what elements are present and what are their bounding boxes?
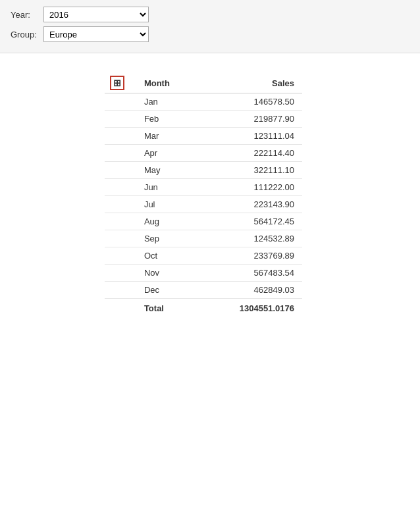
month-cell: Aug [136, 213, 203, 230]
total-label-cell: Total [136, 299, 203, 319]
row-expand-cell [105, 247, 136, 265]
month-cell: Jun [136, 179, 203, 196]
row-expand-cell [105, 128, 136, 145]
sales-cell: 564172.45 [203, 213, 302, 230]
row-expand-cell [105, 162, 136, 179]
month-cell: Dec [136, 282, 203, 299]
table-row: Aug564172.45 [105, 213, 302, 230]
year-select[interactable]: 2016 2015 2017 2018 [43, 7, 149, 22]
year-filter-row: Year: 2016 2015 2017 2018 [11, 7, 409, 22]
group-label: Group: [11, 30, 43, 39]
row-expand-cell [105, 196, 136, 213]
total-row: Total 1304551.0176 [105, 299, 302, 319]
group-select[interactable]: Europe Americas Asia Africa [43, 26, 149, 42]
filter-bar: Year: 2016 2015 2017 2018 Group: Europe … [0, 0, 420, 53]
row-expand-cell [105, 111, 136, 128]
expand-col-header: ⊞ [105, 73, 136, 93]
sales-cell: 223143.90 [203, 196, 302, 213]
table-row: Sep124532.89 [105, 230, 302, 247]
table-row: Dec462849.03 [105, 282, 302, 299]
sales-cell: 124532.89 [203, 230, 302, 247]
year-label: Year: [11, 10, 43, 20]
row-expand-cell [105, 145, 136, 162]
main-content: ⊞ Month Sales Jan146578.50Feb219877.90Ma… [0, 53, 420, 338]
sales-cell: 462849.03 [203, 282, 302, 299]
sales-cell: 111222.00 [203, 179, 302, 196]
table-row: May322111.10 [105, 162, 302, 179]
total-value-cell: 1304551.0176 [203, 299, 302, 319]
row-expand-cell [105, 282, 136, 299]
sales-cell: 146578.50 [203, 93, 302, 111]
table-row: Nov567483.54 [105, 265, 302, 282]
table-wrapper: ⊞ Month Sales Jan146578.50Feb219877.90Ma… [105, 73, 315, 318]
total-expand-cell [105, 299, 136, 319]
row-expand-cell [105, 179, 136, 196]
row-expand-cell [105, 213, 136, 230]
row-expand-cell [105, 265, 136, 282]
table-row: Apr222114.40 [105, 145, 302, 162]
table-row: Feb219877.90 [105, 111, 302, 128]
sales-cell: 233769.89 [203, 247, 302, 265]
group-filter-row: Group: Europe Americas Asia Africa [11, 26, 409, 42]
row-expand-cell [105, 230, 136, 247]
month-cell: Mar [136, 128, 203, 145]
sales-cell: 123111.04 [203, 128, 302, 145]
table-row: Jun111222.00 [105, 179, 302, 196]
sales-col-header: Sales [203, 73, 302, 93]
row-expand-cell [105, 93, 136, 111]
month-col-header: Month [136, 73, 203, 93]
table-row: Jan146578.50 [105, 93, 302, 111]
month-cell: Nov [136, 265, 203, 282]
month-cell: Sep [136, 230, 203, 247]
month-cell: Oct [136, 247, 203, 265]
month-cell: Feb [136, 111, 203, 128]
month-cell: May [136, 162, 203, 179]
sales-cell: 222114.40 [203, 145, 302, 162]
table-row: Mar123111.04 [105, 128, 302, 145]
sales-table: ⊞ Month Sales Jan146578.50Feb219877.90Ma… [105, 73, 302, 318]
sales-cell: 322111.10 [203, 162, 302, 179]
month-cell: Jan [136, 93, 203, 111]
month-cell: Jul [136, 196, 203, 213]
sales-cell: 567483.54 [203, 265, 302, 282]
table-row: Jul223143.90 [105, 196, 302, 213]
month-cell: Apr [136, 145, 203, 162]
sales-cell: 219877.90 [203, 111, 302, 128]
expand-icon[interactable]: ⊞ [110, 76, 124, 90]
table-row: Oct233769.89 [105, 247, 302, 265]
